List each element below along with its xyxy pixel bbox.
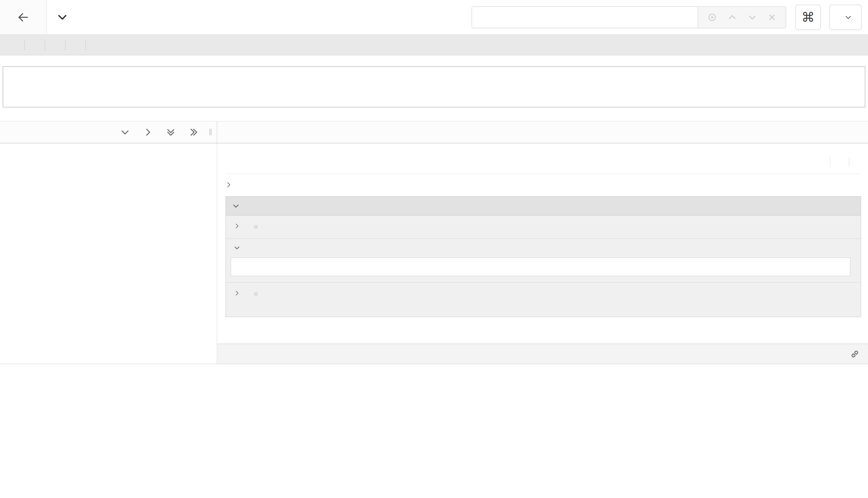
find-group	[471, 6, 786, 28]
tags-row[interactable]	[217, 174, 868, 193]
log-field	[241, 265, 327, 267]
keyboard-shortcuts-button[interactable]: ⌘	[795, 4, 821, 30]
detail-meta	[819, 157, 860, 167]
trace-view-selector[interactable]	[829, 4, 862, 30]
divider	[24, 40, 25, 50]
detail-gutter	[0, 143, 217, 364]
chevron-down-icon	[232, 202, 240, 210]
timeline-header: ‖	[0, 121, 868, 143]
minimap-canvas[interactable]	[3, 66, 865, 107]
find-prev-icon[interactable]	[727, 12, 737, 22]
span-detail-row: = =	[0, 143, 868, 364]
log-event-value	[327, 265, 784, 267]
chevron-right-icon	[225, 181, 232, 189]
back-arrow-icon	[16, 10, 30, 25]
equals-sign: =	[254, 223, 258, 232]
logs-header[interactable]	[226, 197, 861, 215]
chevron-down-icon	[844, 13, 852, 21]
log-entry[interactable]: =	[226, 282, 861, 306]
divider	[86, 40, 86, 50]
log-entry[interactable]: =	[226, 215, 861, 238]
chevron-down-icon	[56, 11, 68, 23]
divider	[65, 40, 65, 50]
trace-page: ⌘	[0, 0, 868, 498]
minimap-ruler	[3, 55, 865, 66]
logs-accordion: = =	[225, 196, 861, 317]
column-resizer-grip[interactable]: ‖	[209, 127, 213, 138]
log-event-detail	[231, 257, 850, 276]
find-next-icon[interactable]	[747, 12, 757, 22]
collapse-all-icon[interactable]	[166, 127, 176, 137]
back-button[interactable]	[0, 0, 47, 34]
command-icon: ⌘	[801, 10, 815, 25]
chevron-down-icon	[233, 244, 240, 251]
detail-header	[217, 143, 868, 174]
find-ops	[698, 6, 786, 28]
span-id-bar	[217, 344, 868, 364]
timeline-collapse-controls	[120, 127, 199, 137]
chevron-right-icon	[233, 290, 240, 297]
logs-footer-note	[226, 306, 861, 317]
timeline-ruler	[217, 121, 868, 143]
divider	[830, 157, 830, 167]
log-entry-expanded-header[interactable]	[226, 238, 861, 254]
title-group	[47, 11, 83, 23]
equals-sign: =	[254, 290, 258, 299]
top-bar: ⌘	[0, 0, 868, 35]
trace-summary-bar	[0, 35, 868, 55]
copy-link-icon[interactable]	[850, 349, 860, 359]
span-minimap	[0, 55, 868, 112]
expand-all-icon[interactable]	[188, 127, 199, 137]
title-collapse-toggle[interactable]	[56, 11, 68, 23]
divider	[45, 40, 45, 50]
find-input[interactable]	[471, 6, 698, 28]
service-operation-header: ‖	[0, 121, 217, 143]
collapse-one-icon[interactable]	[120, 127, 130, 137]
chevron-right-icon	[233, 223, 240, 229]
expand-one-icon[interactable]	[143, 127, 153, 137]
find-clear-icon[interactable]	[768, 13, 777, 22]
span-detail-panel: = =	[217, 143, 868, 364]
find-match-icon[interactable]	[707, 12, 717, 22]
span-rows: = =	[0, 143, 868, 498]
divider	[849, 157, 849, 167]
